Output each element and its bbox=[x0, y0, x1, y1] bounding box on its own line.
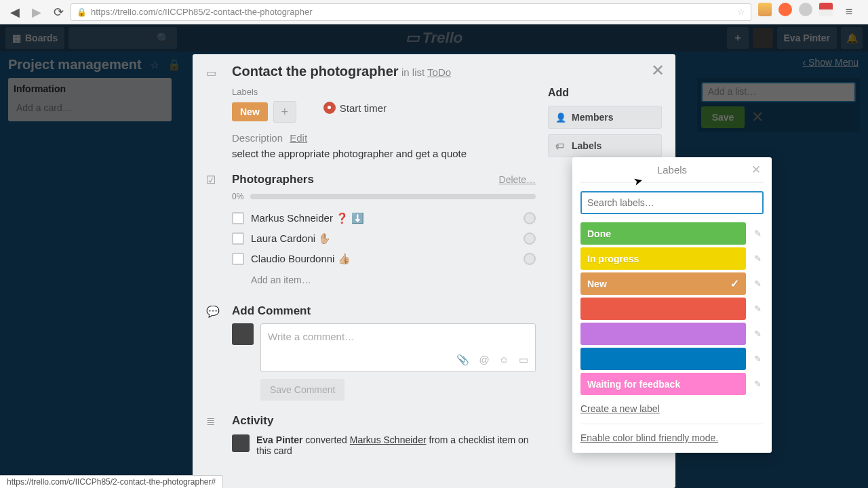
progress-percent: 0% bbox=[232, 192, 243, 201]
edit-label-icon[interactable]: ✎ bbox=[751, 253, 764, 264]
save-comment-button[interactable]: Save Comment bbox=[260, 379, 344, 401]
close-modal-icon[interactable]: ✕ bbox=[651, 61, 665, 80]
progress-bar bbox=[250, 194, 536, 199]
labels-heading: Labels bbox=[232, 87, 296, 97]
edit-label-icon[interactable]: ✎ bbox=[751, 228, 764, 239]
edit-label-icon[interactable]: ✎ bbox=[751, 354, 764, 364]
label-swatch[interactable] bbox=[580, 323, 746, 345]
members-icon: 👤 bbox=[555, 113, 565, 123]
activity-link[interactable]: Markus Schneider bbox=[350, 434, 427, 445]
description-text[interactable]: select the appropriate photographer and … bbox=[232, 148, 536, 159]
assign-icon[interactable] bbox=[524, 232, 536, 245]
checklist-item[interactable]: Laura Cardoni ✋🏼 bbox=[232, 228, 536, 249]
activity-icon: ≣ bbox=[206, 415, 222, 428]
ext-icon-1[interactable] bbox=[758, 3, 772, 16]
menu-icon[interactable]: ≡ bbox=[840, 3, 859, 22]
label-swatch[interactable]: In progress bbox=[580, 247, 746, 270]
create-label-link[interactable]: Create a new label bbox=[580, 403, 764, 414]
delete-checklist-link[interactable]: Delete… bbox=[499, 174, 536, 185]
card-icon: ▭ bbox=[206, 66, 222, 80]
comment-avatar bbox=[232, 323, 254, 345]
activity-avatar bbox=[232, 434, 250, 452]
activity-title: Activity bbox=[232, 414, 536, 428]
colorblind-link[interactable]: Enable color blind friendly mode. bbox=[580, 432, 764, 443]
label-row: ✎ bbox=[580, 298, 764, 320]
attach-icon[interactable]: 📎 bbox=[456, 354, 469, 366]
checklist-item-text: Claudio Bourdonni 👍🏼 bbox=[251, 253, 351, 265]
popover-title: Labels bbox=[657, 164, 687, 176]
lock-icon: 🔒 bbox=[77, 7, 87, 17]
label-swatch[interactable]: Waiting for feedback bbox=[580, 373, 746, 395]
back-button[interactable]: ◀ bbox=[5, 3, 24, 22]
label-row: New✓✎ bbox=[580, 272, 764, 295]
label-chip-new[interactable]: New bbox=[232, 102, 268, 121]
card-title[interactable]: Contact the photographer bbox=[232, 64, 399, 79]
checkbox[interactable] bbox=[232, 212, 244, 224]
label-swatch[interactable]: New✓ bbox=[580, 272, 746, 295]
add-checklist-item[interactable]: Add an item… bbox=[232, 269, 536, 291]
label-row: ✎ bbox=[580, 348, 764, 370]
url-text: https://trello.com/c/IICCPh85/2-contact-… bbox=[91, 7, 313, 17]
check-icon: ✓ bbox=[730, 277, 739, 290]
browser-chrome: ◀ ▶ ⟳ 🔒 https://trello.com/c/IICCPh85/2-… bbox=[0, 0, 868, 24]
add-section-title: Add bbox=[548, 87, 662, 99]
timer-icon bbox=[323, 102, 336, 114]
label-swatch[interactable] bbox=[580, 348, 746, 370]
ext-icon-2[interactable] bbox=[778, 3, 792, 16]
labels-search-input[interactable] bbox=[580, 191, 764, 214]
description-label: Description bbox=[232, 132, 283, 144]
list-link[interactable]: ToDo bbox=[427, 66, 451, 78]
edit-label-icon[interactable]: ✎ bbox=[751, 329, 764, 339]
checklist-title[interactable]: Photographers bbox=[232, 173, 490, 186]
members-button[interactable]: 👤 Members bbox=[548, 106, 662, 129]
comment-icon: 💬 bbox=[206, 305, 222, 318]
checklist-item-text: Laura Cardoni ✋🏼 bbox=[251, 232, 331, 245]
emoji-icon[interactable]: ☺ bbox=[499, 354, 509, 366]
close-popover-icon[interactable]: ✕ bbox=[751, 163, 761, 177]
edit-label-icon[interactable]: ✎ bbox=[751, 379, 764, 389]
extension-icons: ≡ bbox=[754, 3, 863, 22]
add-comment-title: Add Comment bbox=[232, 304, 536, 318]
assign-icon[interactable] bbox=[524, 253, 536, 265]
add-label-button[interactable]: + bbox=[273, 101, 296, 123]
checkbox[interactable] bbox=[232, 232, 244, 245]
checklist-item-text: Markus Schneider ❓ ⬇️ bbox=[251, 212, 364, 224]
edit-description-link[interactable]: Edit bbox=[290, 132, 307, 144]
edit-label-icon[interactable]: ✎ bbox=[751, 279, 764, 289]
ext-icon-4[interactable] bbox=[819, 3, 833, 16]
assign-icon[interactable] bbox=[524, 212, 536, 224]
url-bar[interactable]: 🔒 https://trello.com/c/IICCPh85/2-contac… bbox=[71, 3, 751, 21]
checkbox[interactable] bbox=[232, 253, 244, 265]
label-row: In progress✎ bbox=[580, 247, 764, 270]
label-row: Done✎ bbox=[580, 222, 764, 245]
checklist-icon: ☑ bbox=[206, 174, 222, 186]
label-swatch[interactable] bbox=[580, 298, 746, 320]
labels-popover: Labels ✕ Done✎In progress✎New✓✎✎✎✎Waitin… bbox=[572, 157, 772, 453]
mention-icon[interactable]: @ bbox=[479, 354, 489, 366]
checklist-item[interactable]: Markus Schneider ❓ ⬇️ bbox=[232, 208, 536, 228]
label-row: Waiting for feedback✎ bbox=[580, 373, 764, 395]
comment-toolbar: 📎 @ ☺ ▭ bbox=[456, 354, 528, 366]
ext-icon-3[interactable] bbox=[799, 3, 812, 16]
activity-item: Eva Pinter converted Markus Schneider fr… bbox=[232, 434, 536, 456]
labels-button[interactable]: 🏷 Labels bbox=[548, 134, 662, 157]
reload-button[interactable]: ⟳ bbox=[49, 3, 68, 22]
labels-icon: 🏷 bbox=[555, 141, 565, 151]
edit-label-icon[interactable]: ✎ bbox=[751, 304, 764, 314]
star-icon[interactable]: ☆ bbox=[737, 7, 745, 17]
comment-input[interactable]: Write a comment… 📎 @ ☺ ▭ bbox=[260, 323, 536, 372]
in-list-label: in list ToDo bbox=[401, 66, 451, 78]
status-bar: https://trello.com/c/IICCPh85/2-contact-… bbox=[0, 475, 223, 488]
forward-button[interactable]: ▶ bbox=[27, 3, 46, 22]
card-link-icon[interactable]: ▭ bbox=[519, 354, 528, 366]
label-row: ✎ bbox=[580, 323, 764, 345]
start-timer[interactable]: Start timer bbox=[323, 102, 387, 114]
label-swatch[interactable]: Done bbox=[580, 222, 746, 245]
checklist-item[interactable]: Claudio Bourdonni 👍🏼 bbox=[232, 249, 536, 269]
